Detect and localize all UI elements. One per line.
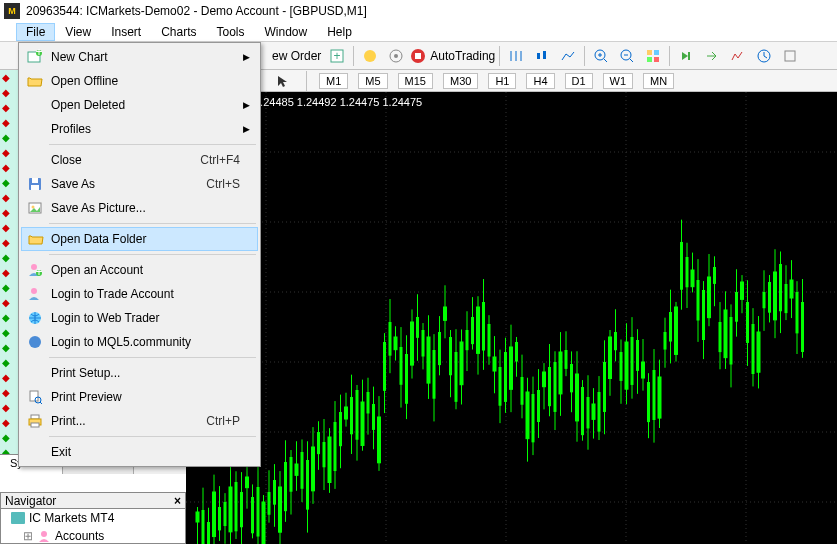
svg-rect-239: [768, 282, 771, 313]
menu-charts[interactable]: Charts: [151, 23, 206, 41]
svg-rect-97: [378, 417, 381, 463]
timeframe-h4[interactable]: H4: [526, 73, 554, 89]
new-order-button[interactable]: ew Order: [270, 49, 323, 63]
menu-open-account[interactable]: + Open an Account: [21, 258, 258, 282]
svg-rect-266: [30, 391, 38, 401]
svg-rect-117: [433, 350, 436, 399]
timeframe-d1[interactable]: D1: [565, 73, 593, 89]
menu-login-trade[interactable]: Login to Trade Account: [21, 282, 258, 306]
svg-rect-213: [697, 280, 700, 321]
line-chart-icon[interactable]: [556, 45, 580, 67]
svg-rect-217: [708, 277, 711, 318]
timeframe-m15[interactable]: M15: [398, 73, 433, 89]
arrow-up-icon: ◆: [2, 282, 10, 293]
svg-rect-249: [796, 292, 799, 333]
templates-icon[interactable]: [778, 45, 802, 67]
svg-rect-256: [32, 178, 38, 183]
menu-profiles[interactable]: Profiles ▶: [21, 117, 258, 141]
menu-open-deleted[interactable]: Open Deleted ▶: [21, 93, 258, 117]
menu-login-web[interactable]: Login to Web Trader: [21, 306, 258, 330]
svg-rect-223: [724, 310, 727, 358]
scroll-end-icon[interactable]: [674, 45, 698, 67]
candle-chart-icon[interactable]: [530, 45, 554, 67]
menu-print-setup[interactable]: Print Setup...: [21, 361, 258, 385]
svg-rect-75: [317, 432, 320, 454]
arrow-up-icon: ◆: [2, 252, 10, 263]
zoom-out-icon[interactable]: [615, 45, 639, 67]
tree-accounts[interactable]: ⊞ Accounts: [1, 527, 185, 544]
svg-rect-31: [196, 512, 199, 522]
menu-print[interactable]: Print... Ctrl+P: [21, 409, 258, 433]
arrow-up-icon: ◆: [2, 357, 10, 368]
timeframe-h1[interactable]: H1: [488, 73, 516, 89]
svg-rect-115: [427, 337, 430, 383]
svg-rect-149: [521, 377, 524, 405]
svg-rect-221: [719, 322, 722, 352]
bar-chart-icon[interactable]: [504, 45, 528, 67]
menu-insert[interactable]: Insert: [101, 23, 151, 41]
arrow-down-icon: ◆: [2, 102, 10, 113]
menu-view[interactable]: View: [55, 23, 101, 41]
svg-rect-119: [438, 332, 441, 365]
menu-save-as[interactable]: Save As Ctrl+S: [21, 172, 258, 196]
menu-open-offline[interactable]: Open Offline: [21, 69, 258, 93]
chart-area[interactable]: 1.24485 1.24492 1.24475 1.24475: [186, 92, 837, 544]
menu-help[interactable]: Help: [317, 23, 362, 41]
menu-save-as-picture[interactable]: Save As Picture...: [21, 196, 258, 220]
svg-rect-153: [532, 394, 535, 442]
timeframe-m1[interactable]: M1: [319, 73, 348, 89]
arrow-down-icon: ◆: [2, 207, 10, 218]
svg-rect-169: [576, 374, 579, 421]
new-chart-icon: +: [26, 48, 44, 66]
svg-rect-83: [339, 412, 342, 446]
svg-rect-151: [526, 392, 529, 439]
app-icon: M: [4, 3, 20, 19]
timeframe-w1[interactable]: W1: [603, 73, 634, 89]
periodicity-icon[interactable]: [752, 45, 776, 67]
tree-root[interactable]: IC Markets MT4: [1, 509, 185, 527]
target-icon[interactable]: [384, 45, 408, 67]
timeframe-m5[interactable]: M5: [358, 73, 387, 89]
menu-tools[interactable]: Tools: [207, 23, 255, 41]
new-order-icon[interactable]: +: [325, 45, 349, 67]
menubar: File View Insert Charts Tools Window Hel…: [0, 22, 837, 42]
account-add-icon: +: [26, 261, 44, 279]
shift-chart-icon[interactable]: [700, 45, 724, 67]
windows-icon[interactable]: [641, 45, 665, 67]
svg-rect-125: [455, 352, 458, 402]
svg-rect-55: [262, 502, 265, 544]
zoom-in-icon[interactable]: [589, 45, 613, 67]
svg-rect-67: [295, 464, 298, 475]
cursor-icon[interactable]: [270, 70, 294, 92]
timeframe-m30[interactable]: M30: [443, 73, 478, 89]
svg-rect-247: [790, 280, 793, 298]
svg-rect-61: [279, 487, 282, 532]
indicators-icon[interactable]: [726, 45, 750, 67]
menu-login-mql5[interactable]: Login to MQL5.community: [21, 330, 258, 354]
arrow-up-icon: ◆: [2, 432, 10, 443]
menu-open-data-folder[interactable]: Open Data Folder: [21, 227, 258, 251]
svg-rect-113: [422, 330, 425, 357]
svg-rect-57: [268, 492, 271, 515]
tree-expand-icon[interactable]: ⊞: [23, 529, 33, 543]
svg-rect-139: [493, 357, 496, 371]
svg-rect-6: [415, 53, 421, 59]
svg-rect-93: [367, 392, 370, 413]
menu-file[interactable]: File: [16, 23, 55, 41]
arrow-down-icon: ◆: [2, 402, 10, 413]
svg-rect-45: [235, 482, 238, 531]
menu-close[interactable]: Close Ctrl+F4: [21, 148, 258, 172]
timeframe-mn[interactable]: MN: [643, 73, 674, 89]
menu-new-chart[interactable]: + New Chart ▶: [21, 45, 258, 69]
navigator-close-icon[interactable]: ×: [174, 494, 185, 508]
svg-rect-12: [654, 50, 659, 55]
svg-rect-191: [636, 340, 639, 371]
menu-exit[interactable]: Exit: [21, 440, 258, 464]
expert-advisors-icon[interactable]: [358, 45, 382, 67]
svg-rect-199: [658, 377, 661, 418]
arrow-down-icon: ◆: [2, 162, 10, 173]
svg-rect-155: [537, 390, 540, 422]
autotrading-button[interactable]: AutoTrading: [410, 48, 495, 64]
menu-print-preview[interactable]: Print Preview: [21, 385, 258, 409]
menu-window[interactable]: Window: [255, 23, 318, 41]
